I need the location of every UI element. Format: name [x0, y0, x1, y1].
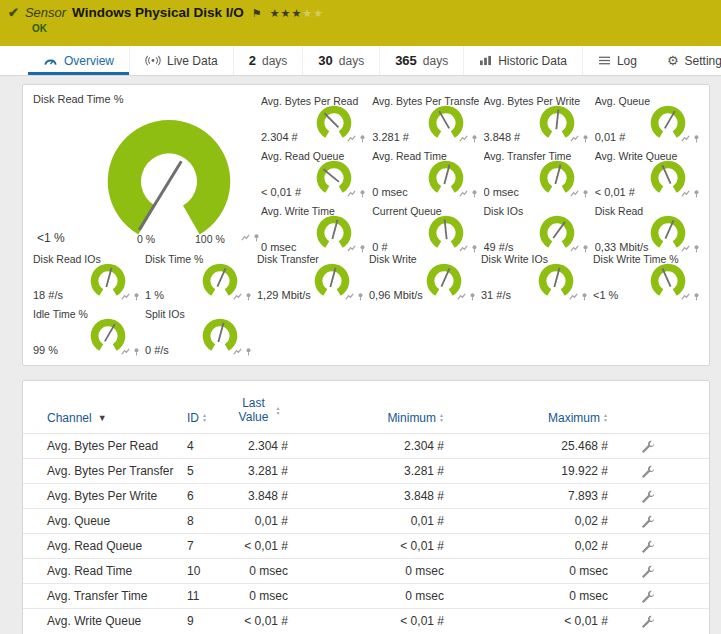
gauge-pin-icon[interactable]	[581, 134, 590, 143]
channel-gauge[interactable]: Disk Write IOs 31 #/s	[481, 251, 589, 305]
tab-30-days[interactable]: 30 days	[302, 46, 379, 75]
channel-name[interactable]: Avg. Bytes Per Read	[47, 439, 187, 453]
gauge-graph-icon[interactable]	[681, 134, 690, 143]
gauge-graph-icon[interactable]	[241, 233, 250, 242]
table-row[interactable]: Avg. Read Time 10 0 msec 0 msec 0 msec	[23, 558, 709, 583]
gauge-pin-icon[interactable]	[356, 292, 365, 301]
channel-name[interactable]: Avg. Bytes Per Transfer	[47, 464, 187, 478]
table-row[interactable]: Avg. Write Queue 9 < 0,01 # < 0,01 # < 0…	[23, 608, 709, 633]
gauge-graph-icon[interactable]	[347, 189, 356, 198]
channel-gauge[interactable]: Disk Read IOs 18 #/s	[33, 251, 141, 305]
gauge-pin-icon[interactable]	[580, 292, 589, 301]
tab-settings[interactable]: ⚙ Settings	[652, 46, 721, 75]
gauge-graph-icon[interactable]	[121, 292, 130, 301]
channel-name[interactable]: Avg. Bytes Per Write	[47, 489, 187, 503]
channel-minimum: < 0,01 #	[288, 614, 444, 628]
gauge-pin-icon[interactable]	[132, 347, 141, 356]
star-icon[interactable]: ★	[270, 7, 281, 19]
gauge-graph-icon[interactable]	[345, 292, 354, 301]
gauge-graph-icon[interactable]	[459, 134, 468, 143]
channel-gauge[interactable]: Avg. Bytes Per Transfer 3.281 #	[372, 93, 478, 147]
gauge-pin-icon[interactable]	[692, 292, 701, 301]
channel-name[interactable]: Avg. Write Queue	[47, 614, 187, 628]
star-icon[interactable]: ★	[291, 7, 302, 19]
gauge-graph-icon[interactable]	[233, 347, 242, 356]
star-icon[interactable]: ★	[302, 7, 313, 19]
channel-settings-icon[interactable]	[641, 590, 654, 603]
table-row[interactable]: Avg. Bytes Per Read 4 2.304 # 2.304 # 25…	[23, 433, 709, 458]
gauge-pin-icon[interactable]	[244, 347, 253, 356]
channel-gauge[interactable]: Split IOs 0 #/s	[145, 306, 253, 360]
gauge-graph-icon[interactable]	[459, 189, 468, 198]
channel-settings-icon[interactable]	[641, 515, 654, 528]
channel-gauge[interactable]: Disk Transfer 1,29 Mbit/s	[257, 251, 365, 305]
gauge-pin-icon[interactable]	[692, 189, 701, 198]
column-header-id[interactable]: ID ▲▼	[187, 411, 227, 425]
table-row[interactable]: Avg. Queue 8 0,01 # 0,01 # 0,02 #	[23, 508, 709, 533]
channel-name[interactable]: Avg. Read Queue	[47, 539, 187, 553]
gauge-pin-icon[interactable]	[581, 189, 590, 198]
gauge-graph-icon[interactable]	[121, 347, 130, 356]
gauge-pin-icon[interactable]	[358, 134, 367, 143]
gauge-graph-icon[interactable]	[233, 292, 242, 301]
tab-365-days[interactable]: 365 days	[379, 46, 463, 75]
gauge-graph-icon[interactable]	[570, 134, 579, 143]
channel-name[interactable]: Avg. Queue	[47, 514, 187, 528]
gauge-graph-icon[interactable]	[681, 189, 690, 198]
gauge-pin-icon[interactable]	[358, 189, 367, 198]
channel-gauge[interactable]: Avg. Bytes Per Read 2.304 #	[261, 93, 367, 147]
tab-log[interactable]: Log	[582, 46, 652, 75]
channel-gauge[interactable]: Disk Write Time % <1 %	[593, 251, 701, 305]
channel-gauge[interactable]: Avg. Bytes Per Write 3.848 #	[484, 93, 590, 147]
gauge-graph-icon[interactable]	[457, 292, 466, 301]
gauge-pin-icon[interactable]	[468, 292, 477, 301]
channel-name[interactable]: Avg. Read Time	[47, 564, 187, 578]
channel-gauge[interactable]: Disk Time % 1 %	[145, 251, 253, 305]
channel-gauge[interactable]: Avg. Queue 0,01 #	[595, 93, 701, 147]
primary-gauge[interactable]: Disk Read Time % <1 % 0 % 100 %	[33, 93, 261, 255]
channel-settings-icon[interactable]	[641, 490, 654, 503]
channel-gauge[interactable]: Disk Write 0,96 Mbit/s	[369, 251, 477, 305]
tab-overview[interactable]: Overview	[28, 46, 129, 75]
column-header-minimum[interactable]: Minimum ▲▼	[288, 411, 444, 425]
gauge-graph-icon[interactable]	[681, 292, 690, 301]
channel-gauge[interactable]: Disk Read 0,33 Mbit/s	[595, 203, 701, 257]
column-header-maximum[interactable]: Maximum ▲▼	[444, 411, 608, 425]
gauge-pin-icon[interactable]	[470, 189, 479, 198]
priority-flag-icon[interactable]: ⚑	[252, 7, 262, 20]
column-header-last-value[interactable]: Last Value ▲▼	[227, 397, 288, 425]
channel-settings-icon[interactable]	[641, 440, 654, 453]
table-row[interactable]: Avg. Bytes Per Transfer 5 3.281 # 3.281 …	[23, 458, 709, 483]
column-header-channel[interactable]: Channel ▼	[47, 411, 187, 425]
channel-gauge[interactable]: Idle Time % 99 %	[33, 306, 141, 360]
channel-settings-icon[interactable]	[641, 465, 654, 478]
channel-gauge[interactable]: Avg. Transfer Time 0 msec	[484, 148, 590, 202]
gauge-pin-icon[interactable]	[692, 134, 701, 143]
gauge-pin-icon[interactable]	[252, 233, 261, 242]
channel-gauge[interactable]: Disk IOs 49 #/s	[484, 203, 590, 257]
priority-stars[interactable]: ★★★★★	[270, 7, 324, 20]
channel-gauge[interactable]: Current Queue 0 #	[372, 203, 478, 257]
gauge-pin-icon[interactable]	[470, 134, 479, 143]
channel-gauge[interactable]: Avg. Write Time 0 msec	[261, 203, 367, 257]
gauge-pin-icon[interactable]	[132, 292, 141, 301]
tab-2-days[interactable]: 2 days	[233, 46, 303, 75]
gauge-pin-icon[interactable]	[244, 292, 253, 301]
gauge-graph-icon[interactable]	[569, 292, 578, 301]
gauge-graph-icon[interactable]	[347, 134, 356, 143]
channel-gauge[interactable]: Avg. Read Queue < 0,01 #	[261, 148, 367, 202]
channel-gauge[interactable]: Avg. Read Time 0 msec	[372, 148, 478, 202]
channel-settings-icon[interactable]	[641, 540, 654, 553]
tab-historic-data[interactable]: Historic Data	[463, 46, 582, 75]
channel-settings-icon[interactable]	[641, 615, 654, 628]
star-icon[interactable]: ★	[281, 7, 292, 19]
table-row[interactable]: Avg. Bytes Per Write 6 3.848 # 3.848 # 7…	[23, 483, 709, 508]
channel-gauge[interactable]: Avg. Write Queue < 0,01 #	[595, 148, 701, 202]
channel-settings-icon[interactable]	[641, 565, 654, 578]
channel-name[interactable]: Avg. Transfer Time	[47, 589, 187, 603]
table-row[interactable]: Avg. Transfer Time 11 0 msec 0 msec 0 ms…	[23, 583, 709, 608]
star-icon[interactable]: ★	[313, 7, 324, 19]
tab-live-data[interactable]: Live Data	[129, 46, 233, 75]
table-row[interactable]: Avg. Read Queue 7 < 0,01 # < 0,01 # 0,02…	[23, 533, 709, 558]
gauge-graph-icon[interactable]	[570, 189, 579, 198]
